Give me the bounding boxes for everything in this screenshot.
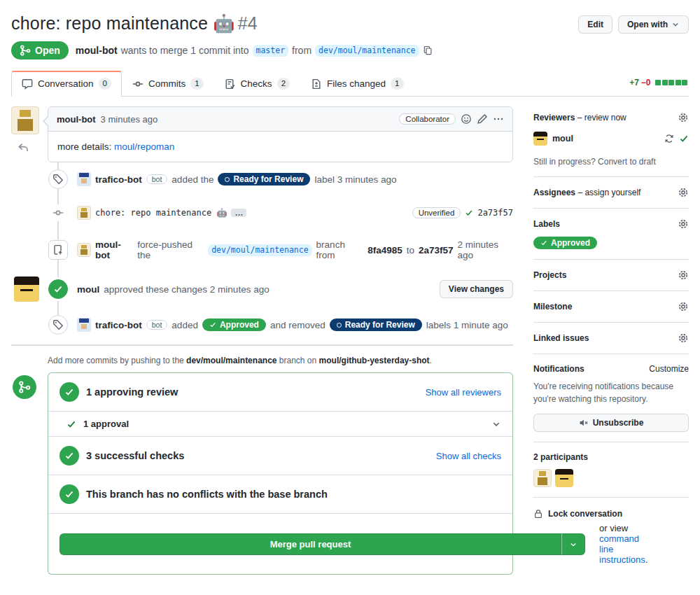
head-branch-label[interactable]: dev/moul/maintenance — [315, 45, 419, 57]
pr-summary: moul-bot wants to merge 1 commit into ma… — [76, 45, 433, 57]
merge-actions-row: Merge pull request or view command line … — [48, 514, 512, 574]
event-text: approved these changes 2 minutes ago — [104, 284, 269, 295]
approval-detail-row[interactable]: 1 approval — [48, 412, 512, 437]
gear-icon[interactable] — [678, 218, 689, 230]
base-branch-label[interactable]: master — [253, 45, 289, 57]
kebab-menu-icon[interactable] — [493, 113, 504, 125]
diffstat-deletions: −0 — [641, 78, 651, 88]
sidebar-notifications: Notifications Customize You're receiving… — [533, 354, 689, 442]
check-icon — [465, 209, 473, 217]
view-changes-button[interactable]: View changes — [440, 280, 513, 298]
pr-state-badge: Open — [11, 41, 69, 59]
chevron-down-icon[interactable] — [491, 419, 501, 429]
participants-avatars — [533, 469, 689, 487]
pr-header: chore: repo maintenance 🤖#4 Edit Open wi… — [11, 13, 689, 59]
pr-author[interactable]: moul-bot — [76, 45, 118, 56]
pr-meta: Open moul-bot wants to merge 1 commit in… — [11, 41, 689, 59]
edit-comment-icon[interactable] — [477, 113, 488, 125]
edit-button[interactable]: Edit — [578, 15, 612, 34]
gear-icon[interactable] — [678, 187, 689, 198]
label-ready-for-review[interactable]: Ready for Review — [330, 318, 422, 331]
label-approved[interactable]: Approved — [533, 237, 597, 249]
avatar-trafico-bot[interactable] — [77, 318, 91, 332]
labels-title: Labels — [533, 219, 560, 229]
avatar-moul-bot[interactable] — [11, 106, 39, 134]
assignees-heading: Assignees – assign yourself — [533, 188, 640, 197]
diffstat-blocks — [654, 80, 688, 85]
gear-icon[interactable] — [678, 112, 689, 123]
avatar-moul[interactable] — [533, 132, 547, 146]
review-now-link[interactable]: – review now — [578, 113, 626, 122]
unsubscribe-button[interactable]: Unsubscribe — [533, 414, 689, 432]
emoji-reaction-icon[interactable] — [461, 113, 472, 125]
convert-to-draft-link[interactable]: Convert to draft — [598, 157, 656, 167]
copy-branch-icon[interactable] — [423, 46, 433, 55]
unverified-badge[interactable]: Unverified — [412, 207, 461, 218]
push-hint-branch: dev/moul/maintenance — [186, 356, 276, 365]
repo-link[interactable]: moul/repoman — [114, 141, 174, 152]
commit-expander[interactable]: … — [231, 209, 246, 217]
show-all-reviewers-link[interactable]: Show all reviewers — [426, 387, 501, 398]
command-line-instructions-link[interactable]: command line instructions — [599, 533, 645, 565]
gear-icon[interactable] — [678, 332, 689, 344]
cli-hint: or view command line instructions. — [599, 523, 648, 565]
diffstat-additions: +7 — [629, 78, 639, 88]
avatar-moul-bot[interactable] — [77, 206, 91, 220]
label-text: Approved — [220, 320, 259, 330]
event-text: label 3 minutes ago — [314, 174, 396, 185]
old-sha[interactable]: 8fa4985 — [368, 245, 402, 255]
sidebar-participants: 2 participants — [533, 442, 689, 498]
open-with-button[interactable]: Open with — [618, 15, 689, 34]
avatar-moul-bot[interactable] — [533, 469, 552, 487]
commit-message[interactable]: chore: repo maintenance 🤖 — [95, 208, 227, 218]
re-request-review-icon[interactable] — [664, 134, 674, 144]
cli-text: or view — [599, 523, 628, 533]
lock-conversation-label: Lock conversation — [548, 509, 622, 519]
reviewer-row: moul — [533, 132, 689, 146]
event-actor[interactable]: moul-bot — [95, 239, 133, 260]
pr-title-text: chore: repo maintenance 🤖 — [11, 13, 235, 33]
avatar-moul[interactable] — [14, 276, 39, 302]
event-actor[interactable]: trafico-bot — [95, 320, 142, 330]
tab-label: Checks — [241, 78, 272, 89]
merge-pull-request-button[interactable]: Merge pull request — [59, 533, 561, 555]
commit-icon — [132, 78, 144, 90]
event-text: to — [407, 245, 414, 255]
gear-icon[interactable] — [678, 270, 689, 281]
checks-row: 3 successful checks Show all checks — [48, 437, 512, 475]
label-approved[interactable]: Approved — [202, 318, 266, 331]
timeline-event-label-added: trafico-bot bot added the Ready for Revi… — [11, 162, 513, 196]
pr-state-label: Open — [35, 45, 60, 56]
pr-summary-from: from — [292, 45, 312, 56]
reviewers-title: Reviewers — [533, 113, 575, 122]
avatar-trafico-bot[interactable] — [77, 172, 91, 186]
event-actor[interactable]: moul — [77, 284, 99, 295]
tab-commits[interactable]: Commits 1 — [122, 71, 214, 97]
show-all-checks-link[interactable]: Show all checks — [436, 451, 501, 461]
comment-timestamp[interactable]: 3 minutes ago — [101, 114, 158, 125]
avatar-moul[interactable] — [555, 469, 573, 487]
tab-conversation[interactable]: Conversation 0 — [11, 71, 122, 97]
customize-link[interactable]: Customize — [649, 364, 689, 374]
tab-files-changed[interactable]: Files changed 1 — [300, 71, 414, 97]
gear-icon[interactable] — [678, 301, 689, 312]
check-circle-icon — [59, 446, 79, 465]
head-branch-label[interactable]: dev/moul/maintenance — [208, 244, 312, 256]
sidebar: Reviewers – review now moul Still in pro… — [533, 106, 689, 575]
assign-yourself-link[interactable]: – assign yourself — [578, 188, 640, 197]
tab-checks[interactable]: Checks 2 — [214, 71, 300, 97]
avatar-moul-bot[interactable] — [77, 243, 91, 257]
merge-options-button[interactable] — [561, 533, 585, 555]
tag-icon — [48, 315, 68, 335]
comment-author[interactable]: moul-bot — [57, 114, 96, 125]
pull-request-page: chore: repo maintenance 🤖#4 Edit Open wi… — [0, 0, 700, 575]
projects-title: Projects — [533, 270, 566, 280]
linked-issues-title: Linked issues — [533, 333, 589, 343]
commit-sha-link[interactable]: 2a73f57 — [477, 208, 513, 218]
label-ready-for-review[interactable]: Ready for Review — [218, 173, 310, 186]
reviewer-name[interactable]: moul — [552, 134, 573, 144]
event-actor[interactable]: trafico-bot — [95, 174, 142, 185]
new-sha[interactable]: 2a73f57 — [419, 245, 454, 255]
bot-badge: bot — [146, 320, 168, 330]
event-text: force-pushed the — [137, 239, 204, 260]
